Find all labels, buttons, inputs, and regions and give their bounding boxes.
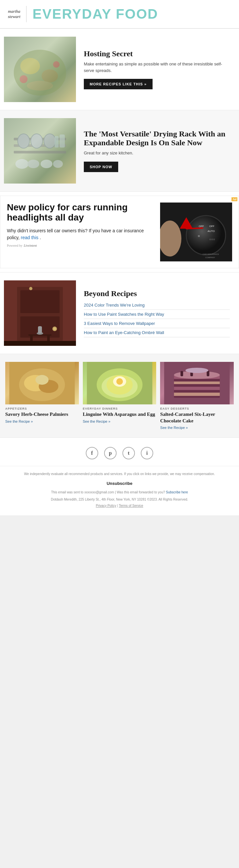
svg-rect-57 [174, 381, 220, 384]
svg-point-14 [16, 159, 28, 169]
beyond-link-0[interactable]: 2024 Color Trends We're Loving [84, 303, 230, 310]
recipe-category-1: EVERYDAY DINNERS [83, 407, 156, 410]
svg-point-53 [116, 378, 123, 385]
svg-point-4 [53, 61, 60, 68]
recipe-title-1: Linguine With Asparagus and Egg [83, 411, 156, 418]
brand-title: EVERYDAY FOOD [32, 6, 158, 22]
svg-rect-33 [20, 290, 60, 313]
svg-point-36 [53, 328, 56, 330]
recipe-title-2: Salted-Caramel Six-Layer Chocolate Cake [160, 411, 234, 424]
svg-rect-41 [38, 326, 42, 333]
ad-image: OFF OFF AUTO ⊙ ⊙⊙⊙ CAR INSURANCE COMPANY [160, 203, 232, 261]
svg-rect-42 [4, 341, 76, 346]
svg-text:CAR INSURANCE: CAR INSURANCE [203, 253, 219, 255]
footer-disclaimer: We independently evaluate all recommende… [13, 471, 226, 476]
svg-point-47 [35, 375, 49, 385]
martha-stewart-logo: martha stewart [8, 9, 20, 19]
recipe-card-img-2 [160, 362, 234, 404]
svg-point-2 [41, 69, 58, 83]
recipe-category-0: APPETIZERS [5, 407, 79, 410]
svg-text:OFF: OFF [199, 225, 204, 228]
hosting-content: Hosting Secret Make entertaining as simp… [76, 37, 239, 102]
ad-read-this-link[interactable]: read this [21, 235, 39, 240]
svg-rect-13 [55, 136, 59, 148]
recipe-see-1[interactable]: See the Recipe » [83, 420, 156, 423]
recipe-title-0: Savory Herb-Cheese Palmiers [5, 411, 79, 418]
svg-line-26 [186, 228, 203, 229]
drying-rack-section: The 'Most Versatile' Drying Rack With an… [0, 110, 239, 191]
drying-rack-photo [4, 118, 76, 184]
beyond-heading: Beyond Recipes [84, 289, 230, 298]
hosting-image [4, 37, 76, 102]
beyond-links-list: 2024 Color Trends We're Loving How to Us… [84, 303, 230, 337]
svg-text:⊙: ⊙ [198, 235, 200, 238]
pinterest-icon[interactable]: p [104, 447, 117, 459]
svg-text:AUTO: AUTO [208, 230, 215, 232]
svg-rect-8 [14, 151, 66, 153]
svg-point-19 [186, 216, 226, 255]
divider-3 [0, 191, 239, 192]
hosting-food-photo [4, 37, 76, 102]
svg-point-1 [20, 58, 40, 74]
beyond-recipes-section: Beyond Recipes 2024 Color Trends We're L… [0, 273, 239, 354]
recipe-card-0: APPETIZERS Savory Herb-Cheese Palmiers S… [5, 362, 79, 430]
ad-body-suffix: . [40, 235, 41, 240]
recipe-cards-row: APPETIZERS Savory Herb-Cheese Palmiers S… [0, 354, 239, 437]
recipe-see-0[interactable]: See the Recipe » [5, 420, 79, 423]
footer-subscribe-link[interactable]: Subscribe here [166, 490, 188, 494]
footer-legal-links: Privacy Policy | Terms of Service [13, 504, 226, 507]
more-recipes-button[interactable]: MORE RECIPES LIKE THIS » [84, 79, 153, 89]
instagram-icon[interactable]: i [141, 447, 153, 459]
social-icons-row: f p t i [0, 438, 239, 466]
beyond-image [4, 280, 76, 346]
recipe-card-img-1 [83, 362, 156, 404]
drying-rack-heading: The 'Most Versatile' Drying Rack With an… [84, 130, 230, 147]
svg-rect-61 [181, 371, 183, 376]
privacy-policy-link[interactable]: Privacy Policy [96, 504, 116, 507]
svg-point-64 [186, 368, 209, 373]
interior-photo [4, 280, 76, 346]
drying-rack-image [4, 118, 76, 184]
footer-email-notice: This email was sent to xxxxxxx@gmail.com… [13, 490, 226, 495]
liveintent-logo: Liveintent [24, 244, 37, 247]
ad-badge: Ad [232, 197, 237, 201]
unsubscribe-link[interactable]: Unsubscribe [13, 481, 226, 486]
email-wrapper: martha stewart EVERYDAY FOOD Hosting S [0, 0, 239, 515]
hosting-heading: Hosting Secret [84, 50, 230, 58]
terms-link[interactable]: Terms of Service [119, 504, 143, 507]
recipe-see-2[interactable]: See the Recipe » [160, 426, 234, 430]
footer-address: Dotdash Meredith, 225 Liberty St., 4th F… [13, 498, 226, 501]
advertisement-section: New policy for cars running headlights a… [0, 196, 239, 268]
recipe-card-1: EVERYDAY DINNERS Linguine With Asparagus… [83, 362, 156, 430]
logo-stewart: stewart [8, 14, 20, 19]
beyond-link-2[interactable]: 3 Easiest Ways to Remove Wallpaper [84, 321, 230, 328]
footer-email-text: This email was sent to xxxxxxx@gmail.com… [51, 490, 165, 494]
svg-rect-59 [174, 393, 220, 396]
header-divider [26, 6, 27, 22]
ad-powered-by: Powered by Liveintent Ad [7, 244, 155, 247]
facebook-icon[interactable]: f [86, 447, 98, 459]
drying-rack-content: The 'Most Versatile' Drying Rack With an… [76, 118, 239, 184]
beyond-link-1[interactable]: How to Use Paint Swatches the Right Way [84, 312, 230, 319]
svg-text:OFF: OFF [209, 225, 214, 228]
ad-body: Why didn't insurers tell car owners this… [7, 227, 155, 241]
recipe-card-img-0 [5, 362, 79, 404]
hosting-section: Hosting Secret Make entertaining as simp… [0, 29, 239, 110]
twitter-icon[interactable]: t [122, 447, 135, 459]
svg-point-15 [28, 160, 39, 168]
svg-text:COMPANY: COMPANY [205, 256, 215, 258]
email-header: martha stewart EVERYDAY FOOD [0, 0, 239, 28]
ad-headline: New policy for cars running headlights a… [7, 203, 155, 223]
email-footer: We independently evaluate all recommende… [0, 466, 239, 515]
svg-point-16 [40, 160, 52, 168]
hosting-body: Make entertaining as simple as possible … [84, 61, 230, 73]
shop-now-button[interactable]: SHOP NOW [84, 162, 118, 172]
recipe-category-2: EASY DESSERTS [160, 407, 234, 410]
recipe-card-2: EASY DESSERTS Salted-Caramel Six-Layer C… [160, 362, 234, 430]
beyond-link-3[interactable]: How to Paint an Eye-Catching Ombré Wall [84, 330, 230, 337]
svg-point-17 [53, 160, 63, 168]
svg-point-9 [18, 134, 29, 148]
svg-point-5 [27, 81, 53, 91]
logo-martha: martha [8, 9, 20, 14]
svg-rect-58 [174, 387, 220, 390]
